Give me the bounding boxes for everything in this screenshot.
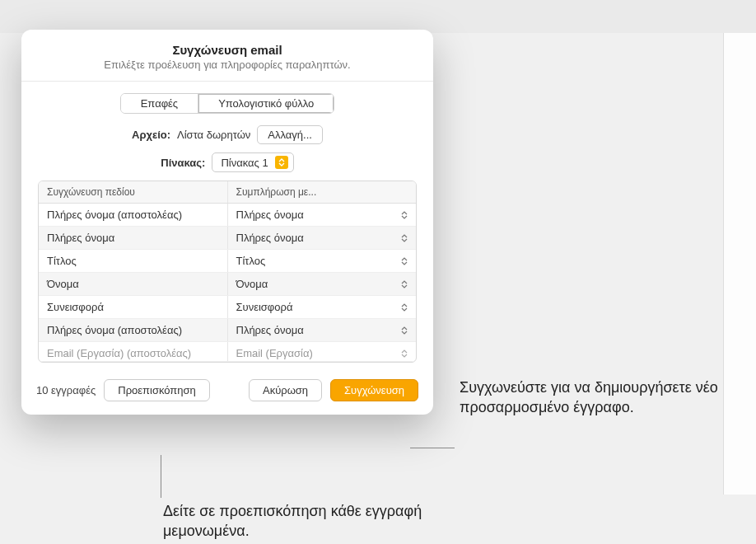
fill-cell[interactable]: Συνεισφορά	[228, 296, 417, 318]
field-cell: Email (Εργασία) (αποστολέας)	[39, 342, 228, 361]
table-row: Email (Εργασία) (αποστολέας) Email (Εργα…	[39, 342, 416, 362]
file-value: Λίστα δωρητών	[177, 129, 250, 141]
dialog-header: Συγχώνευση email Επιλέξτε προέλευση για …	[21, 30, 433, 82]
field-cell: Πλήρες όνομα (αποστολέας)	[39, 204, 228, 226]
tab-spreadsheet[interactable]: Υπολογιστικό φύλλο	[198, 94, 334, 113]
field-cell: Όνομα	[39, 273, 228, 295]
table-rows: Πλήρες όνομα (αποστολέας) Πλήρες όνομα Π…	[39, 204, 416, 362]
header-fill-with: Συμπλήρωση με...	[228, 181, 417, 203]
table-row: Πλήρες όνομα (αποστολέας) Πλήρες όνομα	[39, 204, 416, 227]
table-row: Πλήρες όνομα Πλήρες όνομα	[39, 227, 416, 250]
table-row: Όνομα Όνομα	[39, 273, 416, 296]
fill-cell[interactable]: Email (Εργασία)	[228, 342, 417, 361]
table-select-value: Πίνακας 1	[221, 157, 268, 169]
table-label: Πίνακας:	[161, 157, 205, 169]
field-mapping-table: Συγχώνευση πεδίου Συμπλήρωση με... Πλήρε…	[38, 181, 417, 363]
file-row: Αρχείο: Λίστα δωρητών Αλλαγή...	[38, 125, 417, 144]
chevron-updown-icon	[275, 156, 288, 169]
preview-button[interactable]: Προεπισκόπηση	[104, 379, 210, 401]
table-select[interactable]: Πίνακας 1	[212, 152, 293, 172]
dialog-body: Επαφές Υπολογιστικό φύλλο Αρχείο: Λίστα …	[21, 82, 433, 371]
callout-merge: Συγχωνεύστε για να δημιουργήσετε νέο προ…	[460, 378, 740, 418]
field-cell: Πλήρες όνομα (αποστολέας)	[39, 319, 228, 341]
callout-leader-line	[161, 455, 161, 498]
field-cell: Πλήρες όνομα	[39, 227, 228, 249]
chevron-updown-icon	[401, 326, 408, 335]
merge-button[interactable]: Συγχώνευση	[330, 379, 418, 401]
fill-cell[interactable]: Όνομα	[228, 273, 417, 295]
table-row: Πίνακας: Πίνακας 1	[38, 152, 417, 172]
inspector-sidebar-fragment	[723, 33, 756, 495]
dialog-footer: 10 εγγραφές Προεπισκόπηση Ακύρωση Συγχών…	[21, 371, 433, 415]
chevron-updown-icon	[401, 280, 408, 288]
field-cell: Τίτλος	[39, 250, 228, 272]
mail-merge-dialog: Συγχώνευση email Επιλέξτε προέλευση για …	[21, 30, 433, 415]
dialog-subtitle: Επιλέξτε προέλευση για πληροφορίες παραλ…	[38, 59, 417, 71]
chevron-updown-icon	[401, 303, 408, 312]
fill-cell[interactable]: Τίτλος	[228, 250, 417, 272]
fill-cell[interactable]: Πλήρες όνομα	[228, 227, 417, 249]
table-header: Συγχώνευση πεδίου Συμπλήρωση με...	[39, 181, 416, 204]
cancel-button[interactable]: Ακύρωση	[249, 379, 322, 401]
table-row: Συνεισφορά Συνεισφορά	[39, 296, 416, 319]
callout-leader-line	[410, 448, 455, 448]
fill-cell[interactable]: Πλήρες όνομα	[228, 319, 417, 341]
dialog-title: Συγχώνευση email	[38, 43, 417, 57]
chevron-updown-icon	[401, 211, 408, 219]
file-label: Αρχείο:	[132, 129, 170, 141]
change-file-button[interactable]: Αλλαγή...	[257, 125, 323, 144]
source-segmented-control: Επαφές Υπολογιστικό φύλλο	[38, 93, 417, 114]
chevron-updown-icon	[401, 234, 408, 242]
chevron-updown-icon	[401, 349, 408, 358]
field-cell: Συνεισφορά	[39, 296, 228, 318]
callout-preview: Δείτε σε προεπισκόπηση κάθε εγγραφή μεμο…	[163, 501, 451, 542]
table-row: Τίτλος Τίτλος	[39, 250, 416, 273]
table-row: Πλήρες όνομα (αποστολέας) Πλήρες όνομα	[39, 319, 416, 342]
header-merge-field: Συγχώνευση πεδίου	[39, 181, 228, 203]
records-count: 10 εγγραφές	[36, 384, 96, 396]
chevron-updown-icon	[401, 257, 408, 265]
fill-cell[interactable]: Πλήρες όνομα	[228, 204, 417, 226]
tab-contacts[interactable]: Επαφές	[121, 94, 198, 113]
background-title-bar	[0, 0, 756, 33]
